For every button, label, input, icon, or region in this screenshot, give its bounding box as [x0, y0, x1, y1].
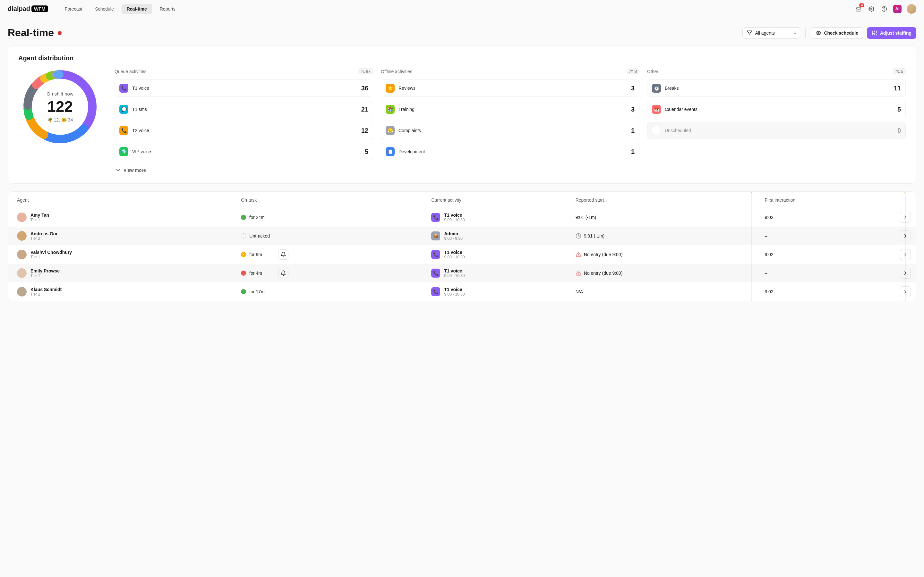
activity-row[interactable]: 😤Complaints 1	[381, 122, 640, 139]
activity-value: 12	[361, 127, 368, 134]
checkbox-icon[interactable]	[652, 126, 661, 135]
ontask-text: for 4m	[249, 271, 262, 276]
eye-icon	[816, 30, 821, 36]
agent-tier: Tier 1	[31, 218, 49, 222]
row-expand-button[interactable]	[900, 212, 911, 223]
bell-button[interactable]	[278, 250, 288, 259]
col-agent[interactable]: Agent	[8, 192, 236, 208]
activity-icon: 📞	[120, 84, 128, 93]
table-row: Andreas Gor Tier 2Untracked 📦 Admin 9:00…	[8, 227, 916, 245]
activity-icon: 💬	[120, 105, 128, 114]
activity-value: 5	[897, 106, 901, 113]
activity-name: Admin	[444, 231, 462, 236]
notification-badge: 4	[859, 3, 864, 7]
activity-value: 11	[894, 85, 901, 92]
ai-icon[interactable]: Ai	[893, 5, 901, 13]
activity-value: 3	[631, 85, 635, 92]
chevron-down-icon	[115, 167, 121, 173]
activity-icon: 📞	[431, 250, 440, 259]
nav-real-time[interactable]: Real-time	[121, 4, 152, 14]
agent-tier: Tier 2	[31, 292, 61, 297]
activity-column: Queue activities 87 📞T1 voice 36💬T1 sms …	[115, 68, 373, 174]
users-icon	[361, 69, 365, 73]
activity-row[interactable]: 📅Calendar events 5	[647, 101, 906, 118]
ontask-text: Untracked	[249, 234, 270, 239]
activity-name: T1 voice	[444, 213, 465, 218]
check-schedule-label: Check schedule	[824, 31, 858, 35]
inbox-icon[interactable]: 4	[855, 5, 863, 13]
help-icon[interactable]	[880, 5, 888, 13]
logo-suffix: WFM	[31, 5, 48, 12]
activity-time: 9:00 - 10:30	[444, 274, 465, 278]
activity-name: Calendar events	[665, 107, 893, 112]
filter-label: All agents	[755, 31, 774, 35]
warning-icon	[575, 251, 582, 258]
agent-tier: Tier 2	[31, 236, 58, 241]
adjust-staffing-button[interactable]: Adjust staffing	[867, 27, 916, 39]
agent-name: Klaus Schmidt	[31, 287, 61, 292]
activity-time: 9:00 - 9:30	[444, 236, 462, 241]
reported-start: N/A	[575, 289, 583, 294]
view-more-button[interactable]: View more	[115, 166, 373, 174]
agent-avatar	[17, 268, 27, 278]
nav-schedule[interactable]: Schedule	[90, 4, 119, 14]
status-dot-untracked	[241, 234, 246, 239]
agent-avatar	[17, 231, 27, 241]
agent-avatar	[17, 250, 27, 259]
activity-row[interactable]: 📞T1 voice 36	[115, 79, 373, 97]
sort-desc-icon: ↓	[605, 198, 607, 203]
toolbar-actions: All agents ⇅ Check schedule Adjust staff…	[742, 27, 916, 39]
bell-button[interactable]	[278, 268, 288, 278]
col-first[interactable]: First interaction	[759, 192, 895, 208]
agent-filter-select[interactable]: All agents ⇅	[742, 27, 800, 39]
header-actions: 4 Ai	[855, 4, 916, 14]
activity-row[interactable]: 📚Training 3	[381, 101, 640, 118]
bell-icon	[280, 270, 286, 276]
agent-tier: Tier 1	[31, 255, 72, 259]
activity-row[interactable]: 📋Development 1	[381, 143, 640, 160]
adjust-staffing-label: Adjust staffing	[880, 31, 911, 35]
agent-avatar	[17, 287, 27, 297]
row-expand-button[interactable]	[900, 286, 911, 297]
settings-icon[interactable]	[867, 5, 875, 13]
reported-start: 9:01 (-1m)	[575, 215, 596, 220]
svg-point-24	[362, 70, 363, 71]
page-toolbar: Real-time All agents ⇅ Check schedule Ad…	[0, 18, 924, 45]
row-expand-button[interactable]	[900, 230, 911, 242]
activity-row[interactable]: 💎VIP voice 5	[115, 143, 373, 160]
sliders-icon	[872, 30, 877, 36]
activity-row[interactable]: 📞T2 voice 12	[115, 122, 373, 139]
row-expand-button[interactable]	[900, 268, 911, 279]
nav-reports[interactable]: Reports	[155, 4, 181, 14]
activity-name: T1 voice	[444, 287, 465, 292]
nav-forecast[interactable]: Forecast	[60, 4, 87, 14]
divider	[805, 29, 806, 37]
svg-point-31	[578, 274, 578, 274]
col-reported[interactable]: Reported start↓	[570, 192, 760, 208]
activity-name: Complaints	[399, 128, 627, 133]
page-title: Real-time	[8, 27, 61, 39]
activity-icon: ⭐	[386, 84, 395, 93]
activity-name: T2 voice	[132, 128, 357, 133]
col-ontask[interactable]: On-task↓	[236, 192, 426, 208]
activity-row[interactable]: ⏱️Breaks 11	[647, 79, 906, 97]
on-shift-value: 122	[47, 98, 73, 115]
row-expand-button[interactable]	[900, 249, 911, 260]
on-shift-label: On shift now	[47, 91, 73, 97]
check-schedule-button[interactable]: Check schedule	[811, 27, 863, 39]
activity-row[interactable]: Unscheduled 0	[647, 122, 906, 139]
user-avatar[interactable]	[907, 4, 916, 14]
activity-icon: 📞	[431, 213, 440, 222]
activity-row[interactable]: 💬T1 sms 21	[115, 101, 373, 118]
activity-column: Offline activities 8 ⭐Reviews 3📚Training…	[381, 68, 640, 174]
main-nav: ForecastScheduleReal-timeReports	[60, 4, 181, 14]
chevron-right-icon	[903, 270, 908, 276]
col-title: Offline activities	[381, 69, 412, 74]
col-activity[interactable]: Current activity	[426, 192, 570, 208]
activity-icon: 📞	[120, 126, 128, 135]
activity-icon: 📅	[652, 105, 661, 114]
agent-avatar	[17, 213, 27, 222]
filter-icon	[746, 30, 752, 36]
activity-row[interactable]: ⭐Reviews 3	[381, 79, 640, 97]
activity-time: 9:00 - 10:30	[444, 218, 465, 222]
